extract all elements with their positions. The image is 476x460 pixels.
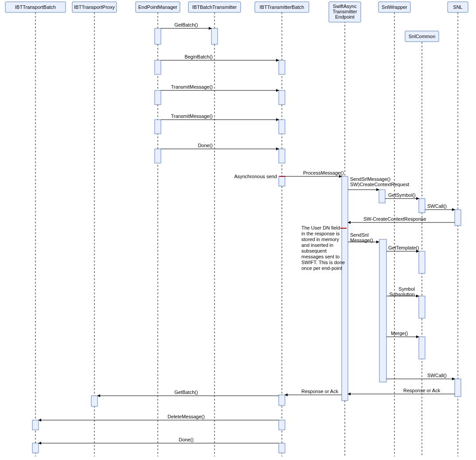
svg-text:SW)CreateContextRequest: SW)CreateContextRequest <box>350 182 409 187</box>
participant-ibttransportproxy: IBTTransportProxy <box>72 2 117 12</box>
msg-getsymbol: GetSymbol() <box>385 192 419 199</box>
svg-text:Subsolution: Subsolution <box>390 292 415 297</box>
svg-rect-32 <box>279 60 285 74</box>
svg-text:messages sent to: messages sent to <box>301 254 339 259</box>
svg-text:SendSnl: SendSnl <box>350 232 369 238</box>
lifelines <box>35 12 458 456</box>
participant-snlcommon: SnlCommon <box>405 31 439 42</box>
svg-rect-31 <box>155 60 161 74</box>
svg-rect-36 <box>279 120 285 134</box>
svg-text:SNL: SNL <box>453 4 462 10</box>
svg-rect-37 <box>155 149 161 163</box>
svg-text:subsequent: subsequent <box>301 248 327 253</box>
svg-text:stored in memory: stored in memory <box>301 237 339 242</box>
svg-text:Response or Ack: Response or Ack <box>403 388 441 393</box>
svg-text:GetBatch(): GetBatch() <box>174 390 198 395</box>
participant-snlwrapper: SnlWrapper <box>378 2 410 12</box>
svg-text:ProcessMessage(): ProcessMessage() <box>303 170 344 175</box>
svg-text:GetBatch(): GetBatch() <box>174 22 198 27</box>
svg-rect-34 <box>279 90 285 105</box>
svg-rect-50 <box>91 396 98 406</box>
svg-text:in the response is: in the response is <box>301 231 340 236</box>
svg-rect-40 <box>342 176 348 401</box>
svg-text:Asynchronous send: Asynchronous send <box>234 174 277 179</box>
msg-getbatch-2: GetBatch() <box>98 390 279 396</box>
svg-text:IBTBatchTransmitter: IBTBatchTransmitter <box>192 4 237 10</box>
notes: Asynchronous send The User DN field in t… <box>234 174 347 271</box>
svg-text:once per end-point: once per end-point <box>301 265 342 271</box>
svg-rect-52 <box>32 420 39 430</box>
participants: IBTTransportBatch IBTTransportProxy EndP… <box>5 2 468 42</box>
svg-rect-33 <box>155 90 161 105</box>
svg-text:SWIFT. This is done: SWIFT. This is done <box>301 260 345 265</box>
svg-text:TransmitMessage(): TransmitMessage() <box>171 84 213 90</box>
participant-endpointmanager: EndPointManager <box>136 2 180 12</box>
svg-rect-46 <box>419 296 425 318</box>
svg-text:SendSrlMessage(): SendSrlMessage() <box>350 176 390 182</box>
svg-text:Merge(): Merge() <box>391 331 408 336</box>
svg-rect-45 <box>419 251 425 273</box>
svg-rect-44 <box>379 239 386 382</box>
svg-text:Done(): Done() <box>179 437 194 442</box>
svg-text:DeleteMessage(): DeleteMessage() <box>168 414 205 419</box>
svg-text:Symbol: Symbol <box>398 286 415 292</box>
msg-symbolsubsolution: Symbol Subsolution <box>386 286 419 297</box>
svg-text:The User DN field: The User DN field <box>301 225 340 230</box>
svg-rect-42 <box>419 199 425 213</box>
svg-rect-39 <box>279 176 285 186</box>
msg-getbatch-1: GetBatch() <box>161 22 211 28</box>
msg-processmessage: ProcessMessage() <box>285 170 344 176</box>
svg-text:SWCall(): SWCall() <box>427 373 447 378</box>
activations <box>32 28 461 453</box>
svg-text:IBTTransportBatch: IBTTransportBatch <box>15 4 56 10</box>
svg-text:Response or Ack: Response or Ack <box>301 389 339 394</box>
svg-text:SWCall(): SWCall() <box>427 203 447 209</box>
svg-rect-29 <box>155 28 161 44</box>
msg-merge: Merge() <box>386 331 419 337</box>
svg-text:BeginBatch(): BeginBatch() <box>184 54 213 59</box>
svg-text:GetSymbol(): GetSymbol() <box>388 192 416 198</box>
svg-text:IBTTransportProxy: IBTTransportProxy <box>74 4 115 10</box>
svg-rect-49 <box>279 395 285 405</box>
svg-rect-35 <box>155 120 161 134</box>
msg-response-ack-2: Response or Ack <box>285 389 342 395</box>
msg-sendsrlmessage: SendSrlMessage() SW)CreateContextRequest <box>348 176 409 190</box>
svg-rect-43 <box>455 210 461 226</box>
svg-text:Transmitter: Transmitter <box>332 9 357 14</box>
msg-swcall-2: SWCall() <box>386 373 455 379</box>
participant-ibtbatchtransmitter: IBTBatchTransmitter <box>188 2 241 12</box>
sequence-diagram: IBTTransportBatch IBTTransportProxy EndP… <box>0 0 476 460</box>
participant-ibttransmitterbatch: IBTTransmitterBatch <box>255 2 309 12</box>
svg-text:EndPointManager: EndPointManager <box>138 4 177 10</box>
svg-rect-41 <box>379 190 385 203</box>
svg-text:GetTemplate(): GetTemplate() <box>388 245 419 250</box>
msg-transmitmessage-1: TransmitMessage() <box>161 84 279 90</box>
svg-rect-47 <box>419 337 425 359</box>
msg-deletemessage: DeleteMessage() <box>39 414 279 420</box>
svg-text:SwiftAsync: SwiftAsync <box>333 4 357 9</box>
msg-response-ack-1: Response or Ack <box>348 388 455 394</box>
svg-text:SnlWrapper: SnlWrapper <box>382 4 407 10</box>
msg-gettemplate: GetTemplate() <box>386 245 419 251</box>
msg-done-1: Done() <box>161 143 279 149</box>
participant-snl: SNL <box>448 2 468 12</box>
note-user-dn: The User DN field in the response is sto… <box>301 225 347 271</box>
msg-createcontextresponse: SW-CreateContextResponse <box>348 216 455 222</box>
svg-rect-51 <box>279 420 285 430</box>
msg-swcall-1: SWCall() <box>425 203 455 210</box>
msg-done-2: Done() <box>39 437 279 443</box>
svg-text:and inserted in: and inserted in <box>301 242 333 248</box>
svg-text:SW-CreateContextResponse: SW-CreateContextResponse <box>363 216 426 222</box>
messages: GetBatch() BeginBatch() TransmitMessage(… <box>39 22 455 443</box>
msg-sendsnlmessage: SendSnl Message() <box>348 232 379 243</box>
svg-text:Endpoint: Endpoint <box>335 14 354 19</box>
participant-ibttransportbatch: IBTTransportBatch <box>5 2 66 12</box>
participant-swiftasynctransmitterendpoint: SwiftAsync Transmitter Endpoint <box>329 2 361 22</box>
svg-rect-30 <box>211 28 218 44</box>
msg-transmitmessage-2: TransmitMessage() <box>161 113 279 120</box>
svg-rect-48 <box>455 379 461 397</box>
msg-beginbatch: BeginBatch() <box>161 54 279 60</box>
note-asynchronous-send: Asynchronous send <box>234 174 285 179</box>
svg-text:SnlCommon: SnlCommon <box>409 34 436 39</box>
svg-text:Message(): Message() <box>350 238 373 243</box>
